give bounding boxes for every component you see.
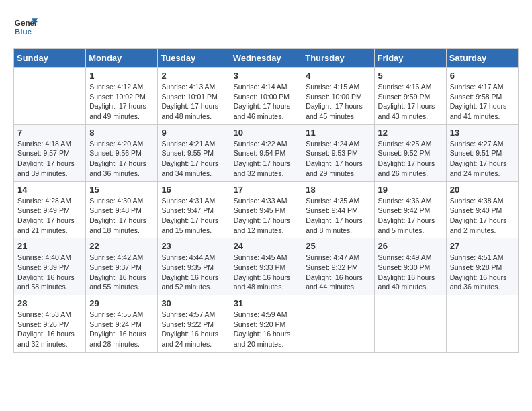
- day-info: Sunrise: 4:53 AM Sunset: 9:26 PM Dayligh…: [17, 310, 82, 349]
- page-header: General Blue: [13, 13, 519, 38]
- calendar-cell: 2Sunrise: 4:13 AM Sunset: 10:01 PM Dayli…: [158, 68, 230, 125]
- calendar-cell: 31Sunrise: 4:59 AM Sunset: 9:20 PM Dayli…: [230, 295, 302, 353]
- calendar-table: SundayMondayTuesdayWednesdayThursdayFrid…: [13, 48, 519, 353]
- day-number: 1: [89, 71, 154, 81]
- logo: General Blue: [13, 13, 38, 38]
- calendar-cell: 12Sunrise: 4:25 AM Sunset: 9:52 PM Dayli…: [374, 124, 446, 181]
- calendar-cell: [302, 295, 374, 353]
- day-info: Sunrise: 4:28 AM Sunset: 9:49 PM Dayligh…: [17, 196, 82, 236]
- day-number: 29: [89, 298, 154, 308]
- day-number: 11: [306, 128, 370, 138]
- day-info: Sunrise: 4:17 AM Sunset: 9:58 PM Dayligh…: [450, 82, 515, 122]
- calendar-cell: 14Sunrise: 4:28 AM Sunset: 9:49 PM Dayli…: [14, 181, 86, 238]
- day-number: 28: [17, 298, 82, 308]
- day-number: 14: [17, 185, 82, 195]
- day-info: Sunrise: 4:51 AM Sunset: 9:28 PM Dayligh…: [450, 253, 515, 292]
- day-number: 10: [234, 128, 299, 138]
- calendar-cell: 22Sunrise: 4:42 AM Sunset: 9:37 PM Dayli…: [86, 238, 158, 295]
- day-info: Sunrise: 4:47 AM Sunset: 9:32 PM Dayligh…: [306, 253, 370, 292]
- day-number: 6: [450, 71, 515, 81]
- day-info: Sunrise: 4:21 AM Sunset: 9:55 PM Dayligh…: [161, 139, 226, 179]
- calendar-cell: 26Sunrise: 4:49 AM Sunset: 9:30 PM Dayli…: [374, 238, 446, 295]
- day-info: Sunrise: 4:38 AM Sunset: 9:40 PM Dayligh…: [450, 196, 515, 236]
- calendar-cell: 19Sunrise: 4:36 AM Sunset: 9:42 PM Dayli…: [374, 181, 446, 238]
- weekday-header-saturday: Saturday: [446, 49, 518, 68]
- calendar-cell: 29Sunrise: 4:55 AM Sunset: 9:24 PM Dayli…: [86, 295, 158, 353]
- day-number: 31: [234, 298, 299, 308]
- day-number: 13: [450, 128, 515, 138]
- calendar-cell: 6Sunrise: 4:17 AM Sunset: 9:58 PM Daylig…: [446, 68, 518, 125]
- day-number: 27: [450, 241, 515, 251]
- calendar-cell: 15Sunrise: 4:30 AM Sunset: 9:48 PM Dayli…: [86, 181, 158, 238]
- calendar-cell: 4Sunrise: 4:15 AM Sunset: 10:00 PM Dayli…: [302, 68, 374, 125]
- calendar-cell: 24Sunrise: 4:45 AM Sunset: 9:33 PM Dayli…: [230, 238, 302, 295]
- calendar-cell: 8Sunrise: 4:20 AM Sunset: 9:56 PM Daylig…: [86, 124, 158, 181]
- calendar-cell: [446, 295, 518, 353]
- calendar-cell: 30Sunrise: 4:57 AM Sunset: 9:22 PM Dayli…: [158, 295, 230, 353]
- calendar-cell: 23Sunrise: 4:44 AM Sunset: 9:35 PM Dayli…: [158, 238, 230, 295]
- calendar-cell: 7Sunrise: 4:18 AM Sunset: 9:57 PM Daylig…: [14, 124, 86, 181]
- calendar-cell: 9Sunrise: 4:21 AM Sunset: 9:55 PM Daylig…: [158, 124, 230, 181]
- day-number: 5: [378, 71, 443, 81]
- calendar-cell: [374, 295, 446, 353]
- day-info: Sunrise: 4:33 AM Sunset: 9:45 PM Dayligh…: [234, 196, 299, 236]
- day-info: Sunrise: 4:31 AM Sunset: 9:47 PM Dayligh…: [161, 196, 226, 236]
- day-number: 7: [17, 128, 82, 138]
- weekday-header-sunday: Sunday: [14, 49, 86, 68]
- calendar-cell: 21Sunrise: 4:40 AM Sunset: 9:39 PM Dayli…: [14, 238, 86, 295]
- day-info: Sunrise: 4:13 AM Sunset: 10:01 PM Daylig…: [161, 82, 226, 122]
- weekday-header-friday: Friday: [374, 49, 446, 68]
- day-info: Sunrise: 4:44 AM Sunset: 9:35 PM Dayligh…: [161, 253, 226, 292]
- day-info: Sunrise: 4:30 AM Sunset: 9:48 PM Dayligh…: [89, 196, 154, 236]
- day-info: Sunrise: 4:49 AM Sunset: 9:30 PM Dayligh…: [378, 253, 443, 292]
- day-info: Sunrise: 4:20 AM Sunset: 9:56 PM Dayligh…: [89, 139, 154, 179]
- weekday-header-tuesday: Tuesday: [158, 49, 230, 68]
- day-number: 20: [450, 185, 515, 195]
- day-info: Sunrise: 4:24 AM Sunset: 9:53 PM Dayligh…: [306, 139, 370, 179]
- day-info: Sunrise: 4:45 AM Sunset: 9:33 PM Dayligh…: [234, 253, 299, 292]
- week-row-1: 1Sunrise: 4:12 AM Sunset: 10:02 PM Dayli…: [14, 68, 519, 125]
- calendar-cell: 1Sunrise: 4:12 AM Sunset: 10:02 PM Dayli…: [86, 68, 158, 125]
- calendar-cell: 16Sunrise: 4:31 AM Sunset: 9:47 PM Dayli…: [158, 181, 230, 238]
- day-number: 24: [234, 241, 299, 251]
- day-number: 22: [89, 241, 154, 251]
- svg-text:Blue: Blue: [15, 27, 32, 36]
- calendar-cell: 3Sunrise: 4:14 AM Sunset: 10:00 PM Dayli…: [230, 68, 302, 125]
- calendar-cell: 20Sunrise: 4:38 AM Sunset: 9:40 PM Dayli…: [446, 181, 518, 238]
- calendar-cell: 5Sunrise: 4:16 AM Sunset: 9:59 PM Daylig…: [374, 68, 446, 125]
- day-info: Sunrise: 4:25 AM Sunset: 9:52 PM Dayligh…: [378, 139, 443, 179]
- day-number: 4: [306, 71, 370, 81]
- day-info: Sunrise: 4:27 AM Sunset: 9:51 PM Dayligh…: [450, 139, 515, 179]
- day-info: Sunrise: 4:14 AM Sunset: 10:00 PM Daylig…: [234, 82, 299, 122]
- calendar-cell: 18Sunrise: 4:35 AM Sunset: 9:44 PM Dayli…: [302, 181, 374, 238]
- day-info: Sunrise: 4:35 AM Sunset: 9:44 PM Dayligh…: [306, 196, 370, 236]
- day-info: Sunrise: 4:59 AM Sunset: 9:20 PM Dayligh…: [234, 310, 299, 349]
- day-number: 9: [161, 128, 226, 138]
- day-number: 8: [89, 128, 154, 138]
- day-number: 17: [234, 185, 299, 195]
- calendar-cell: 27Sunrise: 4:51 AM Sunset: 9:28 PM Dayli…: [446, 238, 518, 295]
- day-number: 3: [234, 71, 299, 81]
- calendar-cell: 10Sunrise: 4:22 AM Sunset: 9:54 PM Dayli…: [230, 124, 302, 181]
- week-row-5: 28Sunrise: 4:53 AM Sunset: 9:26 PM Dayli…: [14, 295, 519, 353]
- calendar-cell: 28Sunrise: 4:53 AM Sunset: 9:26 PM Dayli…: [14, 295, 86, 353]
- day-number: 21: [17, 241, 82, 251]
- day-number: 19: [378, 185, 443, 195]
- calendar-cell: 13Sunrise: 4:27 AM Sunset: 9:51 PM Dayli…: [446, 124, 518, 181]
- calendar-cell: [14, 68, 86, 125]
- calendar-cell: 11Sunrise: 4:24 AM Sunset: 9:53 PM Dayli…: [302, 124, 374, 181]
- day-number: 15: [89, 185, 154, 195]
- day-number: 18: [306, 185, 370, 195]
- day-number: 23: [161, 241, 226, 251]
- day-info: Sunrise: 4:18 AM Sunset: 9:57 PM Dayligh…: [17, 139, 82, 179]
- weekday-header-monday: Monday: [86, 49, 158, 68]
- week-row-4: 21Sunrise: 4:40 AM Sunset: 9:39 PM Dayli…: [14, 238, 519, 295]
- week-row-3: 14Sunrise: 4:28 AM Sunset: 9:49 PM Dayli…: [14, 181, 519, 238]
- day-info: Sunrise: 4:57 AM Sunset: 9:22 PM Dayligh…: [161, 310, 226, 349]
- week-row-2: 7Sunrise: 4:18 AM Sunset: 9:57 PM Daylig…: [14, 124, 519, 181]
- day-number: 12: [378, 128, 443, 138]
- weekday-header-wednesday: Wednesday: [230, 49, 302, 68]
- day-info: Sunrise: 4:15 AM Sunset: 10:00 PM Daylig…: [306, 82, 370, 122]
- calendar-cell: 17Sunrise: 4:33 AM Sunset: 9:45 PM Dayli…: [230, 181, 302, 238]
- day-number: 2: [161, 71, 226, 81]
